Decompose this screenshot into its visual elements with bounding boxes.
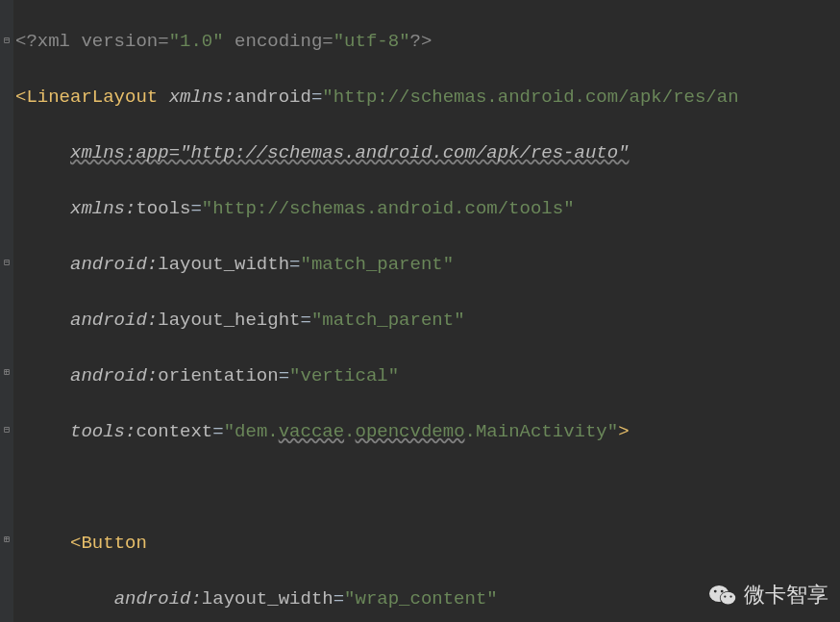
fold-icon[interactable]: ⊞	[2, 368, 12, 378]
code-line: <Button	[15, 530, 840, 558]
code-line: android:layout_width="match_parent"	[15, 251, 840, 279]
code-line: android:layout_height="match_parent"	[15, 307, 840, 335]
blank-line	[15, 474, 840, 502]
code-line: tools:context="dem.vaccae.opencvdemo.Mai…	[15, 418, 840, 446]
code-line: xmlns:tools="http://schemas.android.com/…	[15, 195, 840, 223]
fold-icon[interactable]: ⊞	[2, 535, 12, 545]
gutter: ⊟ ⊟ ⊞ ⊟ ⊞	[0, 0, 13, 622]
fold-icon[interactable]: ⊟	[2, 426, 12, 435]
code-line: xmlns:app="http://schemas.android.com/ap…	[15, 139, 840, 167]
code-area[interactable]: <?xml version="1.0" encoding="utf-8"?> <…	[13, 0, 840, 622]
fold-icon[interactable]: ⊟	[2, 37, 12, 46]
code-line: android:layout_width="wrap_content"	[15, 585, 840, 613]
code-line: <LinearLayout xmlns:android="http://sche…	[15, 84, 840, 112]
code-editor[interactable]: ⊟ ⊟ ⊞ ⊟ ⊞ <?xml version="1.0" encoding="…	[0, 0, 840, 622]
code-line: <?xml version="1.0" encoding="utf-8"?>	[15, 28, 840, 56]
fold-icon[interactable]: ⊟	[2, 259, 12, 268]
code-line: android:orientation="vertical"	[15, 362, 840, 390]
